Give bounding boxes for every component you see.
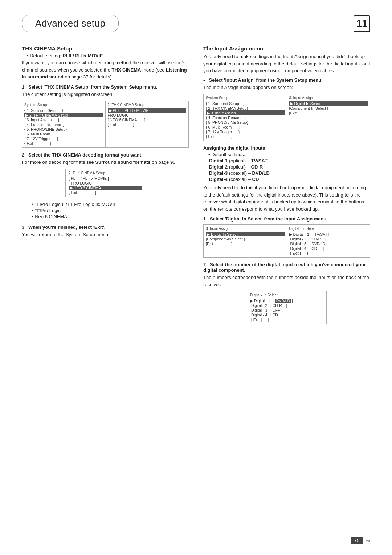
page-wrapper: Advanced setup 11 THX CINEMA Setup Defau…: [0, 0, 392, 555]
screen1-right-row-hl: PL I I / PL I Ix MOVIE: [108, 108, 187, 113]
bullet-prologic: □□Pro Logic: [32, 208, 189, 213]
dis-left-row-1-hl: Digital-In Select: [206, 232, 285, 236]
screen1-right-row-4: [ Exit ]: [108, 122, 187, 127]
thx-intro-para: If you want, you can choose which decodi…: [22, 59, 189, 81]
final-row-2: Digital - 2 | CD-R |: [250, 303, 323, 308]
step3-desc: You will return to the System Setup menu…: [22, 231, 189, 238]
bullet-neo6: Neo:6 CINEMA: [32, 214, 189, 219]
screen1-left-panel: System Setup { 1. Surround Setup } 2. TH…: [22, 101, 106, 147]
ia-left-row-2: { 2. THX CINEMA Setup}: [206, 106, 285, 110]
default-setting-value: PLII / PLIIx MOVIE: [63, 53, 103, 58]
content-columns: THX CINEMA Setup Default setting: PLII /…: [22, 45, 370, 328]
dis-right-panel: Digital - In Select Digital - 1 | TV/SAT…: [287, 225, 370, 257]
screen1-right-panel: 2. THX CINEMA Setup PL I I / PL I Ix MOV…: [106, 101, 189, 147]
ia-right-row-3: [Exit ]: [289, 110, 368, 115]
thx-section-title: THX CINEMA Setup: [22, 45, 189, 52]
screen2-row-2: PRO LOGIC: [69, 181, 142, 186]
screen-digital-in: 3. Input Assign Digital-In Select [Compo…: [203, 224, 370, 258]
ia-right-panel: 3. Input Assign Digital-In Select [Compo…: [287, 94, 370, 141]
input-assign-intro: You only need to make settings in the In…: [203, 53, 370, 74]
digital-3-default: Digital-3 (coaxial) – DVD/LD: [209, 170, 370, 176]
dis-right-row-5: [ Exit ] | |: [289, 251, 368, 255]
screen1-row-2-hl: 2. THX CINEMA Setup: [24, 113, 103, 117]
step2-right-heading: 2 Select the number of the digital input…: [203, 262, 370, 273]
ia-left-row-5: { 5. PHONO/LINE Setup}: [206, 120, 285, 125]
right-column: The Input Assign menu You only need to m…: [203, 45, 370, 328]
ia-left-row-8: { Exit }: [206, 134, 285, 139]
ia-right-row-2: [Component-In Select ]: [289, 106, 368, 110]
dis-left-title: 3. Input Assign: [206, 227, 285, 231]
digital-1-default: Digital-1 (optical) – TV/SAT: [209, 158, 370, 163]
digital-defaults: Digital-1 (optical) – TV/SAT Digital-2 (…: [209, 158, 370, 182]
digital-2-default: Digital-2 (optical) – CD-R: [209, 164, 370, 170]
step1-heading: 1 Select 'THX CINEMA Setup' from the Sys…: [22, 84, 189, 90]
screen1-row-5: { 5. PHONO/LINE Setup}: [24, 127, 103, 131]
header-bar: Advanced setup 11: [22, 15, 370, 32]
screen2-row-3-hl: NEO:6 CINEMA: [69, 186, 142, 190]
default-setting-bullet: Default setting: PLII / PLIIx MOVIE: [27, 53, 189, 58]
step3-heading: 3 When you're finished, select 'Exit'.: [22, 224, 189, 230]
screen1-right-title: 2. THX CINEMA Setup: [108, 103, 187, 107]
dis-right-title: Digital - In Select: [289, 227, 368, 231]
dis-left-row-3: [Exit ]: [206, 241, 285, 246]
footer: 75 En: [351, 537, 370, 544]
dis-left-panel: 3. Input Assign Digital-In Select [Compo…: [204, 225, 287, 257]
step2-desc: For more on decoding formats see Surroun…: [22, 159, 189, 166]
select-input-assign-heading: • Select 'Input Assign' from the System …: [203, 77, 370, 83]
ia-right-row-hl: Digital-In Select: [289, 101, 368, 106]
screen1-row-4: { 4. Function Rename }: [24, 122, 103, 127]
ia-left-row-3-hl: 3. Input Assign: [206, 110, 285, 115]
ia-left-row-1: { 1. Surround Setup }: [206, 101, 285, 106]
page-title: Advanced setup: [22, 15, 119, 32]
ia-left-row-6: { 6. Multi Room }: [206, 125, 285, 129]
step-dis-heading: 1 Select 'Digital-In Select' from the In…: [203, 216, 370, 222]
assign-para: You only need to do this if you didn't h…: [203, 184, 370, 212]
dis-right-row-2: Digital - 2 | CD-R |: [289, 236, 368, 241]
final-row-4: Digital - 4 | CD |: [250, 312, 323, 317]
screen1-right-row-2: PRO LOGIC: [108, 113, 187, 117]
screen2-row-4: [ Exit ]: [69, 190, 142, 195]
final-row-1: Digital - 1 | DVD/LD |: [250, 298, 323, 303]
screen-final: Digital - In Select Digital - 1 | DVD/LD…: [247, 291, 327, 324]
dis-right-row-4: Digital - 4 | CD |: [289, 246, 368, 251]
ia-left-row-4: { 4. Function Rename }: [206, 115, 285, 120]
screen1-row-1: { 1. Surround Setup }: [24, 108, 103, 113]
input-assign-appears: The Input Assign menu appears on screen:: [203, 84, 370, 91]
screen1-row-3: { 3. Input Assign }: [24, 117, 103, 122]
screen-mockup-2-wrap: 2. THX CINEMA Setup [ PL I I / PL I Ix M…: [22, 169, 189, 197]
screen1-right-row-3: [ NEO:6 CINEMA ]: [108, 117, 187, 122]
page-number: 11: [354, 15, 370, 32]
step1-desc: The current setting is highlighted on-sc…: [22, 91, 189, 98]
ia-left-title: System Setup: [206, 96, 285, 100]
ia-right-title: 3. Input Assign: [289, 96, 368, 100]
screen2-row-1: [ PL I I / PL I Ix MOVIE ]: [69, 176, 142, 181]
screen-final-wrap: Digital - In Select Digital - 1 | DVD/LD…: [203, 291, 370, 324]
digital-4-default: Digital-4 (coaxial) – CD: [209, 177, 370, 182]
final-row-5: [ Exit ] | |: [250, 317, 323, 322]
dis-right-row-3: Digital - 3 | DVD/LD |: [289, 241, 368, 246]
ia-left-panel: System Setup { 1. Surround Setup } { 2. …: [204, 94, 287, 141]
input-assign-section-title: The Input Assign menu: [203, 45, 370, 52]
screen1-row-7: { 7. 12V Trigger }: [24, 136, 103, 141]
bullet-prologic2: □□Pro Logic II / □□Pro Logic IIx MOVIE: [32, 202, 189, 207]
final-row-3: Digital - 3 | OFF |: [250, 308, 323, 312]
default-settings-label: Default settings:: [208, 152, 370, 157]
step2-heading: 2 Select the THX CINEMA decoding format …: [22, 152, 189, 158]
screen-final-title: Digital - In Select: [250, 293, 323, 297]
screen-input-assign: System Setup { 1. Surround Setup } { 2. …: [203, 94, 370, 141]
assigning-title: Assigning the digital inputs: [203, 145, 370, 151]
screen1-row-6: { 6. Multi Room }: [24, 131, 103, 136]
default-setting-label: Default setting:: [30, 53, 62, 58]
screen-mockup-1: System Setup { 1. Surround Setup } 2. TH…: [22, 101, 189, 148]
screen2-title: 2. THX CINEMA Setup: [69, 171, 142, 175]
screen1-row-8: { Exit }: [24, 141, 103, 146]
screen-mockup-2: 2. THX CINEMA Setup [ PL I I / PL I Ix M…: [65, 169, 145, 197]
dis-right-row-1: Digital - 1 | TV/SAT |: [289, 232, 368, 236]
left-column: THX CINEMA Setup Default setting: PLII /…: [22, 45, 189, 328]
step2-right-desc: The numbers correspond with the numbers …: [203, 274, 370, 288]
dis-left-row-2: [Component-In Select ]: [206, 236, 285, 241]
screen1-left-title: System Setup: [24, 103, 103, 107]
footer-lang: En: [366, 538, 370, 543]
ia-left-row-7: { 7. 12V Trigger }: [206, 129, 285, 134]
footer-page-number: 75: [351, 537, 363, 544]
